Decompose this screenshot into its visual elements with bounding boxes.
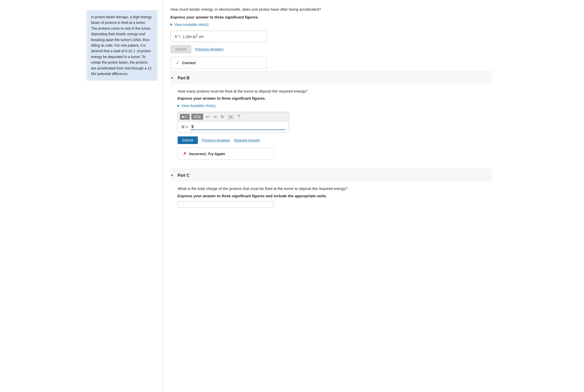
part-b-result-banner: ✗ Incorrect; Try Again — [178, 148, 274, 160]
part-a-top-question: How much kinetic energy, in electronvolt… — [170, 3, 492, 15]
part-a-answer-box: K = 1.20×107 eV — [170, 31, 267, 42]
page-layout: In proton-beam therapy, a high-energy be… — [81, 0, 503, 392]
part-b-hint-link[interactable]: View Available Hint(s) — [178, 104, 216, 108]
part-a-hint-label: View Available Hint(s) — [174, 23, 209, 27]
part-b-express: Express your answer to three significant… — [178, 96, 492, 100]
context-italic: proton-beam therapy — [95, 15, 128, 19]
part-c-body: What is the total charge of the protons … — [170, 182, 492, 215]
context-text: In proton-beam therapy, a high-energy be… — [91, 15, 152, 76]
part-c-label: Part C — [178, 173, 190, 178]
part-b-label: Part B — [178, 76, 190, 80]
part-c-header-row[interactable]: ▼ Part C — [170, 169, 492, 182]
part-b-section: ▼ Part B How many protons must be fired … — [170, 72, 492, 167]
part-b-math-input-row: N = — [178, 121, 289, 133]
part-a-submit-row: Submit Previous Answers — [170, 45, 492, 53]
part-a-submit-button[interactable]: Submit — [170, 45, 191, 53]
context-box: In proton-beam therapy, a high-energy be… — [87, 10, 158, 81]
part-c-section: ▼ Part C What is the total charge of the… — [170, 169, 492, 215]
part-a-answer-label: K = — [175, 34, 181, 39]
part-b-previous-answers-link[interactable]: Previous Answers — [202, 138, 230, 142]
part-c-express: Express your answer to three significant… — [178, 194, 492, 198]
part-b-submit-row: Submit Previous Answers Request Answer — [178, 136, 492, 144]
part-b-math-editor: ■√□ ΑΣφ ↩ ↪ ↻ — [178, 112, 289, 133]
part-a-hint-link[interactable]: View Available Hint(s) — [170, 23, 209, 27]
part-b-refresh-button[interactable]: ↻ — [219, 114, 225, 120]
redo-icon: ↪ — [213, 115, 217, 119]
part-b-sqrt-button[interactable]: ■√□ — [180, 114, 190, 120]
sqrt-icon: ■√□ — [182, 115, 188, 119]
part-a-result-text: Correct — [182, 61, 196, 65]
part-b-answer-input[interactable] — [190, 124, 285, 130]
part-b-question-text: How many protons must be fired at the tu… — [178, 88, 492, 94]
part-b-body: How many protons must be fired at the tu… — [170, 84, 492, 167]
part-b-result-text: Incorrect; Try Again — [189, 152, 225, 156]
part-c-answer-box — [178, 201, 274, 208]
part-b-header-row[interactable]: ▼ Part B — [170, 72, 492, 84]
sidebar: In proton-beam therapy, a high-energy be… — [81, 0, 163, 392]
part-b-submit-button[interactable]: Submit — [178, 136, 198, 144]
part-b-input-label: N = — [181, 125, 188, 129]
part-a-question-text: How much kinetic energy, in electronvolt… — [170, 7, 321, 11]
undo-icon: ↩ — [206, 115, 209, 119]
part-a-previous-answers-link[interactable]: Previous Answers — [195, 47, 224, 51]
main-content: How much kinetic energy, in electronvolt… — [163, 0, 503, 392]
part-a-result-banner: ✓ Correct — [170, 57, 267, 69]
part-b-alpha-sigma-button[interactable]: ΑΣφ — [191, 114, 203, 120]
part-b-request-answer-link[interactable]: Request Answer — [234, 138, 260, 142]
correct-check-icon: ✓ — [176, 60, 180, 66]
part-b-undo-button[interactable]: ↩ — [205, 114, 211, 120]
part-c-chevron-icon: ▼ — [170, 174, 174, 177]
part-c-question-text: What is the total charge of the protons … — [178, 186, 492, 192]
part-b-redo-button[interactable]: ↪ — [212, 114, 218, 120]
part-b-help-button[interactable]: ? — [236, 114, 241, 119]
part-b-keyboard-button[interactable]: ⌨ — [227, 114, 235, 120]
part-a-exp: 7 — [197, 34, 198, 37]
alpha-sigma-icon: ΑΣφ — [194, 115, 201, 119]
hint-arrow-icon — [170, 23, 172, 26]
part-a-express: Express your answer to three significant… — [170, 15, 492, 19]
help-icon: ? — [238, 114, 240, 119]
incorrect-x-icon: ✗ — [183, 151, 187, 156]
part-b-chevron-icon: ▼ — [170, 76, 174, 80]
part-a-answer-value: 1.20×107 eV — [183, 34, 204, 39]
keyboard-icon: ⌨ — [228, 115, 234, 119]
refresh-icon: ↻ — [221, 115, 224, 119]
part-b-hint-label: View Available Hint(s) — [181, 104, 216, 108]
part-b-hint-arrow-icon — [178, 104, 179, 107]
part-b-math-toolbar: ■√□ ΑΣφ ↩ ↪ ↻ — [178, 112, 289, 121]
